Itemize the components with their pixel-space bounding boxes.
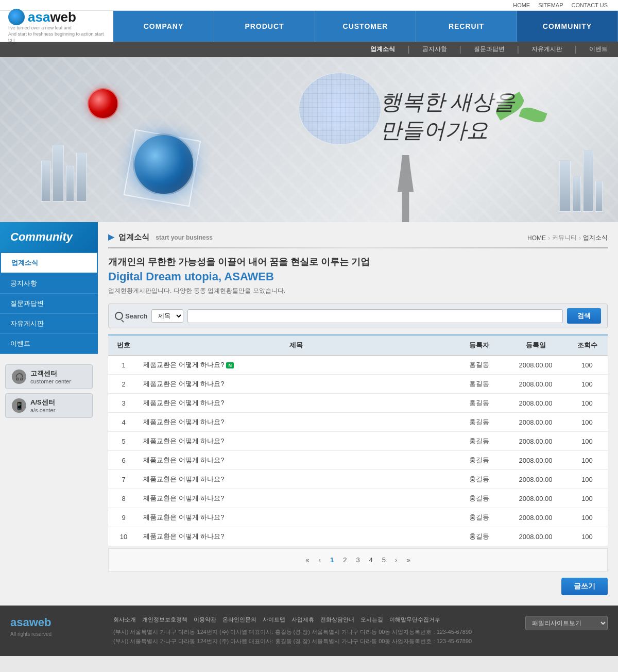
footer-copy: All rights reserved xyxy=(10,631,103,637)
write-btn-row: 글쓰기 xyxy=(108,578,608,595)
row-title-link[interactable]: 제품교환은 어떻게 하나요? xyxy=(143,437,224,445)
footer-link-7[interactable]: 오시는길 xyxy=(360,616,383,624)
as-center-text: A/S센터 a/s center xyxy=(30,398,55,413)
building-r2 xyxy=(573,176,581,212)
family-site-select[interactable]: 패밀리사이트보기 xyxy=(525,616,608,630)
row-title-link[interactable]: 제품교환은 어떻게 하나요? xyxy=(143,513,224,521)
row-title-link[interactable]: 제품교환은 어떻게 하나요? xyxy=(143,494,224,502)
cell-title: 제품교환은 어떻게 하나요? xyxy=(139,413,453,432)
page-2[interactable]: 2 xyxy=(340,555,350,565)
page-first[interactable]: « xyxy=(302,555,312,565)
cell-title: 제품교환은 어떻게 하나요? xyxy=(139,451,453,470)
cell-no: 7 xyxy=(108,470,139,489)
topbar-home[interactable]: HOME xyxy=(513,2,530,8)
sidebar-title: Community xyxy=(0,222,98,252)
search-category-select[interactable]: 제목 xyxy=(151,309,183,323)
sidebar-item-free[interactable]: 자유게시판 xyxy=(0,314,98,334)
nav-product[interactable]: PRODUCT xyxy=(214,11,315,42)
page-1[interactable]: 1 xyxy=(327,555,337,565)
cell-title: 제품교환은 어떻게 하나요?N xyxy=(139,356,453,375)
logo-icon xyxy=(8,9,25,25)
cell-author: 홍길동 xyxy=(453,489,505,508)
sidebar-footer: 🎧 고객센터 customer center 📱 A/S센터 a/s cente… xyxy=(0,364,98,418)
page-5[interactable]: 5 xyxy=(379,555,389,565)
page-4[interactable]: 4 xyxy=(366,555,376,565)
cell-author: 홍길동 xyxy=(453,394,505,413)
footer-link-2[interactable]: 이용약관 xyxy=(194,616,216,624)
table-row: 8제품교환은 어떻게 하나요?홍길동2008.00.00100 xyxy=(108,489,608,508)
cell-views: 100 xyxy=(566,451,608,470)
footer-link-5[interactable]: 사업제휴 xyxy=(291,616,314,624)
customer-center-btn[interactable]: 🎧 고객센터 customer center xyxy=(5,364,93,389)
footer-link-1[interactable]: 개인정보보호정책 xyxy=(142,616,187,624)
subnav-free[interactable]: 자유게시판 xyxy=(531,45,562,54)
desc: 업계현황게시판입니다. 다양한 동종 업계현황들만을 모았습니다. xyxy=(108,287,608,295)
page-header: ▶ 업계소식 start your business HOME › 커뮤니티 ›… xyxy=(108,232,608,242)
footer-link-0[interactable]: 회사소개 xyxy=(113,616,136,624)
col-author: 등록자 xyxy=(453,335,505,356)
cell-title: 제품교환은 어떻게 하나요? xyxy=(139,508,453,527)
building-r3 xyxy=(583,150,593,212)
cell-date: 2008.00.00 xyxy=(505,451,566,470)
as-center-icon: 📱 xyxy=(12,398,26,413)
sidebar-item-event[interactable]: 이벤트 xyxy=(0,334,98,354)
page-next[interactable]: › xyxy=(392,555,400,565)
table-row: 2제품교환은 어떻게 하나요?홍길동2008.00.00100 xyxy=(108,375,608,394)
nav-customer[interactable]: CUSTOMER xyxy=(315,11,416,42)
as-center-btn[interactable]: 📱 A/S센터 a/s center xyxy=(5,393,93,418)
table-row: 6제품교환은 어떻게 하나요?홍길동2008.00.00100 xyxy=(108,451,608,470)
building-1 xyxy=(41,160,50,201)
cell-date: 2008.00.00 xyxy=(505,432,566,451)
row-title-link[interactable]: 제품교환은 어떻게 하나요? xyxy=(143,475,224,483)
page-3[interactable]: 3 xyxy=(353,555,363,565)
footer-link-4[interactable]: 사이트맵 xyxy=(263,616,285,624)
footer-logo: asaweb xyxy=(10,616,103,629)
row-title-link[interactable]: 제품교환은 어떻게 하나요? xyxy=(143,532,224,540)
subnav-event[interactable]: 이벤트 xyxy=(589,45,608,54)
nav-community[interactable]: COMMUNITY xyxy=(517,11,618,42)
logo-subtitle: I've turned over a new leaf and And star… xyxy=(8,25,105,43)
sidebar-item-notice[interactable]: 공지사항 xyxy=(0,274,98,294)
cell-title: 제품교환은 어떻게 하나요? xyxy=(139,375,453,394)
sidebar-item-industry[interactable]: 업계소식 xyxy=(0,252,98,274)
footer-logo-prefix: asa xyxy=(10,616,29,629)
footer-logo-suffix: web xyxy=(29,616,52,629)
row-title-link[interactable]: 제품교환은 어떻게 하나요? xyxy=(143,361,224,368)
subnav-notice[interactable]: 공지사항 xyxy=(422,45,447,54)
cell-no: 1 xyxy=(108,356,139,375)
topbar-sitemap[interactable]: SITEMAP xyxy=(538,2,563,8)
footer-link-6[interactable]: 전화상담안내 xyxy=(320,616,354,624)
search-button[interactable]: 검색 xyxy=(567,308,601,324)
page-last[interactable]: » xyxy=(403,555,413,565)
cell-views: 100 xyxy=(566,394,608,413)
content-table: 번호 제목 등록자 등록일 조회수 1제품교환은 어떻게 하나요?N홍길동200… xyxy=(108,334,608,546)
breadcrumb-home[interactable]: HOME xyxy=(527,234,546,242)
footer-info2: (부시) 서울특별시 가나구 다라동 124번지 (주) 아사웹 대표이사: 홍… xyxy=(113,637,515,646)
row-title-link[interactable]: 제품교환은 어떻게 하나요? xyxy=(143,380,224,388)
footer-links: 회사소개 개인정보보호정책 이용약관 온라인인문의 사이트맵 사업제휴 전화상담… xyxy=(113,616,515,646)
subnav-qna[interactable]: 질문과답변 xyxy=(474,45,505,54)
footer-link-8[interactable]: 이해말무단수집거부 xyxy=(389,616,440,624)
nav-company[interactable]: COMPANY xyxy=(113,11,214,42)
page-prev[interactable]: ‹ xyxy=(316,555,324,565)
main-area: ▶ 업계소식 start your business HOME › 커뮤니티 ›… xyxy=(98,222,618,606)
table-row: 3제품교환은 어떻게 하나요?홍길동2008.00.00100 xyxy=(108,394,608,413)
cell-author: 홍길동 xyxy=(453,508,505,527)
hero-buildings-left xyxy=(41,145,87,201)
section-title-text: 업계소식 xyxy=(118,232,149,241)
content-wrapper: Community 업계소식 공지사항 질문과답변 자유게시판 이벤트 🎧 고객… xyxy=(0,222,618,606)
write-button[interactable]: 글쓰기 xyxy=(561,578,608,595)
section-icon: ▶ xyxy=(108,232,114,241)
subnav-industry[interactable]: 업계소식 xyxy=(370,45,395,54)
divider xyxy=(108,247,608,248)
sidebar-item-qna[interactable]: 질문과답변 xyxy=(0,294,98,314)
nav-recruit[interactable]: RECRUIT xyxy=(416,11,517,42)
topbar-contact[interactable]: CONTACT US xyxy=(572,2,608,8)
search-input[interactable] xyxy=(187,309,563,323)
row-title-link[interactable]: 제품교환은 어떻게 하나요? xyxy=(143,399,224,407)
row-title-link[interactable]: 제품교환은 어떻게 하나요? xyxy=(143,456,224,464)
footer-link-3[interactable]: 온라인인문의 xyxy=(222,616,256,624)
table-row: 7제품교환은 어떻게 하나요?홍길동2008.00.00100 xyxy=(108,470,608,489)
building-r1 xyxy=(559,160,571,212)
row-title-link[interactable]: 제품교환은 어떻게 하나요? xyxy=(143,418,224,426)
